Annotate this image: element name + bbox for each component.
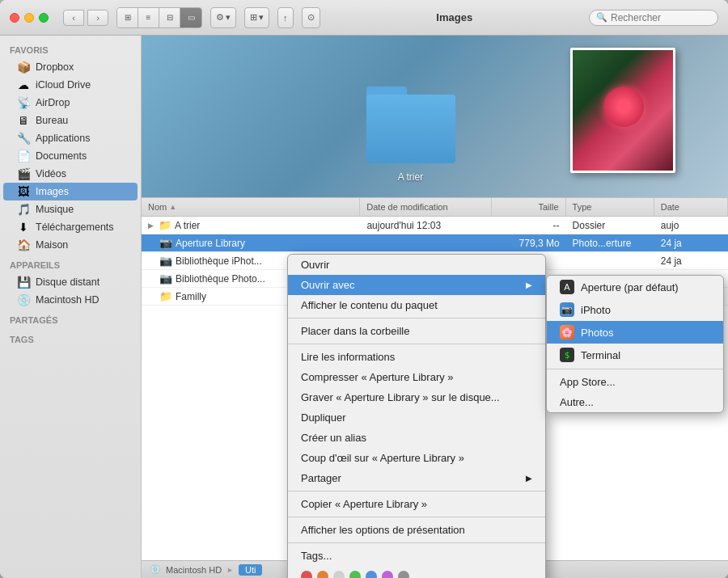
folder-icon: 📁 bbox=[159, 219, 171, 231]
sidebar-item-disque-distant[interactable]: 💾 Disque distant bbox=[3, 273, 138, 291]
tag-button[interactable]: ⊙ bbox=[302, 7, 320, 28]
menu-divider bbox=[288, 318, 545, 319]
file-type: Dossier bbox=[566, 220, 654, 231]
col-header-date[interactable]: Date de modification bbox=[360, 198, 492, 216]
search-box[interactable]: 🔍 bbox=[589, 10, 718, 26]
list-view-button[interactable]: ≡ bbox=[138, 7, 159, 28]
big-folder: A trier bbox=[366, 86, 455, 163]
tag-purple[interactable] bbox=[382, 571, 393, 578]
minimize-button[interactable] bbox=[24, 13, 34, 23]
arrange-button[interactable]: ⊞ ▾ bbox=[244, 7, 269, 28]
icon-view-button[interactable]: ⊞ bbox=[117, 7, 138, 28]
sidebar-item-label: Bureau bbox=[36, 115, 68, 126]
action-button[interactable]: ⚙ ▾ bbox=[210, 7, 236, 28]
sidebar-item-videos[interactable]: 🎬 Vidéos bbox=[3, 165, 138, 183]
file-name: A trier bbox=[175, 220, 200, 231]
tag-gray[interactable] bbox=[333, 571, 345, 578]
tag-dark-gray[interactable] bbox=[398, 571, 409, 578]
disk-label: Macintosh HD bbox=[166, 565, 222, 575]
cover-flow-button[interactable]: ▭ bbox=[180, 7, 201, 28]
col-header-type[interactable]: Type bbox=[566, 198, 654, 216]
search-input[interactable] bbox=[611, 12, 708, 23]
back-button[interactable]: ‹ bbox=[63, 10, 84, 26]
submenu-item-iphoto[interactable]: 📷 iPhoto bbox=[547, 298, 723, 321]
sidebar-item-bureau[interactable]: 🖥 Bureau bbox=[3, 112, 138, 129]
familly-icon: 📁 bbox=[159, 290, 172, 302]
tag-red[interactable] bbox=[301, 571, 312, 578]
col-header-date2[interactable]: Date bbox=[654, 198, 728, 216]
sidebar-item-label: Images bbox=[36, 186, 69, 197]
sidebar-item-maison[interactable]: 🏠 Maison bbox=[3, 236, 138, 254]
menu-item-partager[interactable]: Partager ▶ bbox=[288, 468, 545, 488]
flower-decoration bbox=[603, 86, 644, 127]
submenu-item-aperture[interactable]: A Aperture (par défaut) bbox=[547, 276, 723, 298]
partager-arrow: ▶ bbox=[526, 474, 532, 483]
disque-icon: 💾 bbox=[16, 276, 31, 289]
sidebar-item-label: Téléchargements bbox=[36, 221, 114, 233]
sidebar-item-images[interactable]: 🖼 Images bbox=[3, 183, 138, 200]
disclosure-icon: ▶ bbox=[148, 221, 154, 230]
table-row[interactable]: ▶ 📁 A trier aujourd'hui 12:03 -- Dossier… bbox=[142, 217, 728, 234]
images-icon: 🖼 bbox=[16, 185, 31, 198]
menu-item-options-presentation[interactable]: Afficher les options de présentation bbox=[288, 520, 545, 540]
sidebar-item-macintosh-hd[interactable]: 💿 Macintosh HD bbox=[3, 291, 138, 309]
menu-item-dupliquer[interactable]: Dupliquer bbox=[288, 407, 545, 428]
table-row[interactable]: 📷 Aperture Library 779,3 Mo Photo...ertu… bbox=[142, 234, 728, 252]
sidebar-item-applications[interactable]: 🔧 Applications bbox=[3, 129, 138, 147]
menu-item-ouvrir-avec[interactable]: Ouvrir avec ▶ bbox=[288, 275, 545, 295]
sidebar-item-telechargements[interactable]: ⬇ Téléchargements bbox=[3, 218, 138, 236]
close-button[interactable] bbox=[10, 13, 19, 23]
col-size-label: Taille bbox=[538, 202, 558, 212]
column-view-button[interactable]: ⊟ bbox=[159, 7, 180, 28]
sidebar-item-musique[interactable]: 🎵 Musique bbox=[3, 200, 138, 218]
sidebar-item-airdrop[interactable]: 📡 AirDrop bbox=[3, 94, 138, 112]
sidebar-item-label: AirDrop bbox=[36, 97, 70, 108]
menu-item-ouvrir[interactable]: Ouvrir bbox=[288, 255, 545, 275]
submenu-item-terminal[interactable]: $ Terminal bbox=[547, 344, 723, 366]
tag-orange[interactable] bbox=[317, 571, 328, 578]
file-date2: 24 ja bbox=[654, 255, 728, 267]
menu-item-copier[interactable]: Copier « Aperture Library » bbox=[288, 494, 545, 514]
submenu-item-photos[interactable]: 🌸 Photos bbox=[547, 321, 723, 344]
terminal-app-icon: $ bbox=[560, 348, 574, 362]
sort-arrow: ▲ bbox=[169, 203, 176, 211]
applications-icon: 🔧 bbox=[16, 132, 31, 145]
menu-item-graver[interactable]: Graver « Aperture Library » sur le disqu… bbox=[288, 387, 545, 407]
favorites-section-label: Favoris bbox=[0, 39, 141, 58]
menu-item-afficher-contenu[interactable]: Afficher le contenu du paquet bbox=[288, 295, 545, 315]
menu-item-tags[interactable]: Tags... bbox=[288, 546, 545, 566]
sidebar-item-dropbox[interactable]: 📦 Dropbox bbox=[3, 58, 138, 76]
menu-item-infos[interactable]: Lire les informations bbox=[288, 347, 545, 367]
submenu-label: iPhoto bbox=[581, 304, 611, 316]
submenu-label: App Store... bbox=[560, 376, 616, 388]
gear-icon: ⚙ bbox=[216, 12, 224, 23]
disk-icon: 💿 bbox=[150, 564, 161, 575]
submenu-item-appstore[interactable]: App Store... bbox=[547, 372, 723, 392]
tag-green[interactable] bbox=[349, 571, 361, 578]
iphoto-app-icon: 📷 bbox=[560, 302, 574, 317]
airdrop-icon: 📡 bbox=[16, 96, 31, 109]
ouvrir-avec-label: Ouvrir avec bbox=[301, 279, 354, 291]
sidebar-item-documents[interactable]: 📄 Documents bbox=[3, 147, 138, 165]
file-size: 779,3 Mo bbox=[492, 238, 565, 249]
folder-label: A trier bbox=[398, 171, 423, 183]
maximize-button[interactable] bbox=[39, 13, 49, 23]
arrange-dropdown-icon: ▾ bbox=[259, 12, 264, 23]
menu-item-alias[interactable]: Créer un alias bbox=[288, 428, 545, 448]
sidebar-item-label: Vidéos bbox=[36, 168, 66, 179]
menu-item-compresser[interactable]: Compresser « Aperture Library » bbox=[288, 367, 545, 387]
photos-app-icon: 🌸 bbox=[560, 325, 574, 340]
share-button[interactable]: ↑ bbox=[277, 7, 294, 28]
macintosh-icon: 💿 bbox=[16, 293, 31, 306]
menu-item-corbeille[interactable]: Placer dans la corbeille bbox=[288, 321, 545, 341]
submenu-item-autre[interactable]: Autre... bbox=[547, 392, 723, 412]
tag-icon: ⊙ bbox=[307, 12, 315, 23]
forward-button[interactable]: › bbox=[87, 10, 108, 26]
col-header-size[interactable]: Taille bbox=[492, 198, 565, 216]
col-header-nom[interactable]: Nom ▲ bbox=[142, 198, 360, 216]
titlebar: ‹ › ⊞ ≡ ⊟ ▭ ⚙ ▾ ⊞ ▾ ↑ ⊙ Images 🔍 bbox=[0, 0, 728, 36]
menu-item-coup-doeil[interactable]: Coup d'œil sur « Aperture Library » bbox=[288, 448, 545, 468]
sidebar-item-icloud[interactable]: ☁ iCloud Drive bbox=[3, 76, 138, 94]
musique-icon: 🎵 bbox=[16, 203, 31, 216]
tag-blue[interactable] bbox=[366, 571, 377, 578]
